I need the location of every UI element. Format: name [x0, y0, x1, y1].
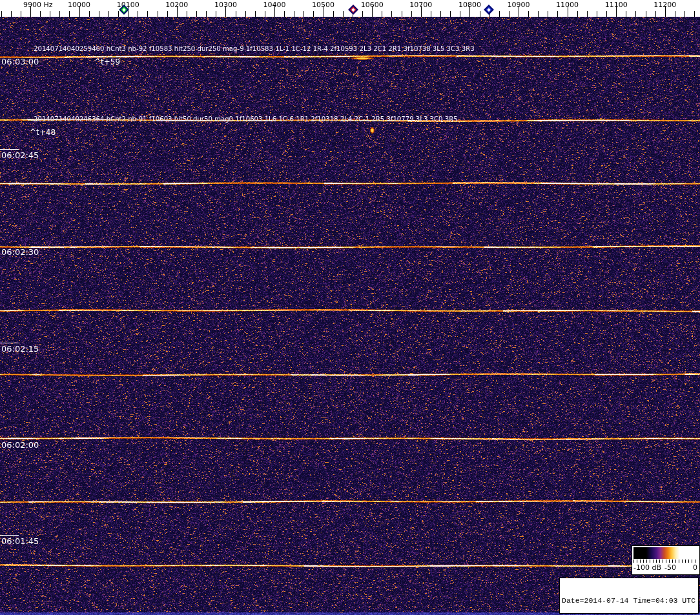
intensity-colorbar: -100 dB -50 0 [632, 545, 700, 575]
freq-axis-label: 10200 [165, 1, 188, 9]
spectrogram-waterfall [0, 17, 700, 615]
freq-axis-label: 11200 [654, 1, 676, 9]
freq-axis-label: 11100 [605, 1, 628, 9]
freq-axis-label: 10800 [458, 1, 481, 9]
colorbar-min-label: -100 dB [633, 563, 661, 572]
freq-axis-label: 10900 [508, 1, 530, 9]
freq-axis-label: 10700 [409, 1, 432, 9]
freq-axis-label: 11000 [556, 1, 579, 9]
colorbar-labels: -100 dB -50 0 [632, 563, 699, 573]
colorbar-max-label: 0 [693, 563, 697, 572]
freq-axis-label: 9900 Hz [23, 1, 53, 9]
colorbar-mid-label: -50 [664, 563, 676, 572]
frequency-ruler: 9900 Hz100001010010200103001040010500106… [0, 0, 700, 17]
colorbar-tick-marks [633, 560, 698, 563]
info-date-time: Date=2014-07-14 Time=04:03 UTC [562, 596, 698, 605]
freq-axis-label: 10600 [361, 1, 384, 9]
observation-info-box: Date=2014-07-14 Time=04:03 UTC Freq=143 … [559, 578, 699, 614]
freq-axis-label: 10000 [68, 1, 90, 9]
freq-axis-label: 10500 [312, 1, 335, 9]
freq-axis-label: 10300 [214, 1, 237, 9]
colorbar-gradient [633, 547, 697, 559]
meteor-spectrogram-window: 9900 Hz100001010010200103001040010500106… [0, 0, 700, 615]
freq-axis-label: 10400 [263, 1, 286, 9]
